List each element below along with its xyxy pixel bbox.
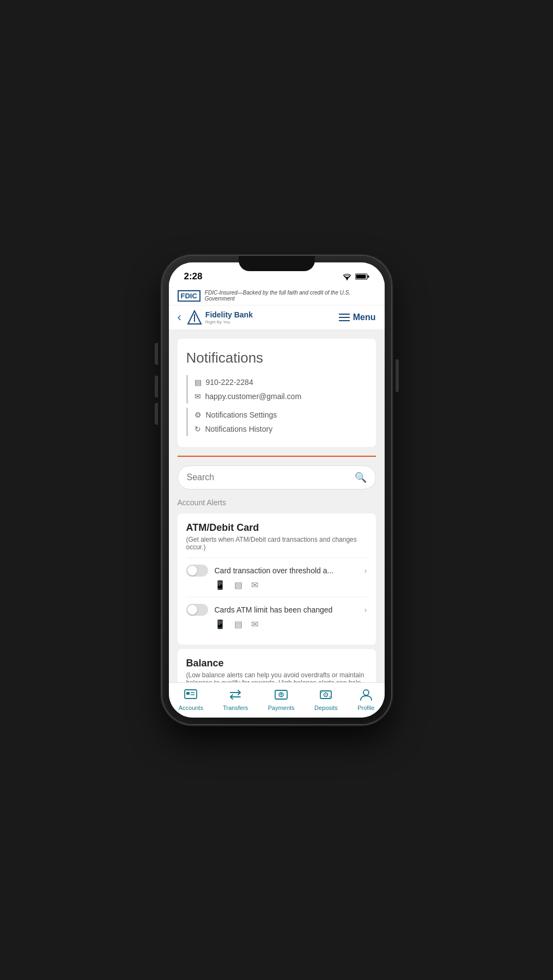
svg-point-17: [321, 692, 323, 693]
menu-button[interactable]: Menu: [339, 313, 376, 322]
contact-list: ▤ 910-222-2284 ✉ happy.customer@gmail.co…: [186, 375, 367, 403]
mobile-icon-1: 📱: [215, 619, 226, 629]
battery-icon: [355, 273, 369, 280]
balance-desc: (Low balance alerts can help you avoid o…: [186, 671, 367, 682]
bottom-nav: Accounts Transfers: [169, 682, 385, 718]
history-icon: ↻: [195, 425, 201, 433]
status-time: 2:28: [184, 271, 203, 282]
phone-number: 910-222-2284: [206, 378, 253, 387]
phone-contact-item: ▤ 910-222-2284: [195, 375, 367, 389]
phone-screen: 2:28 FDIC FDIC-Insured—Back: [169, 262, 385, 718]
profile-icon: [358, 687, 374, 702]
atm-debit-title: ATM/Debit Card: [186, 522, 367, 534]
nav-deposits-label: Deposits: [314, 705, 338, 711]
wifi-icon: [342, 273, 352, 280]
fdic-text: FDIC-Insured—Backed by the full faith an…: [205, 290, 376, 302]
atm-debit-group: ATM/Debit Card (Get alerts when ATM/Debi…: [178, 513, 376, 645]
nav-transfers-label: Transfers: [223, 705, 248, 711]
email-contact-item: ✉ happy.customer@gmail.com: [195, 389, 367, 403]
alert-item-row-1: Cards ATM limit has been changed ›: [186, 604, 367, 616]
sms-icon: ▤: [195, 378, 202, 387]
fdic-banner: FDIC FDIC-Insured—Backed by the full fai…: [169, 286, 385, 305]
svg-point-16: [325, 694, 326, 695]
accounts-icon: [183, 687, 198, 702]
phone-frame: 2:28 FDIC FDIC-Insured—Back: [162, 256, 391, 724]
notifications-history-item[interactable]: ↻ Notifications History: [195, 422, 367, 436]
toggle-1[interactable]: [186, 604, 208, 616]
chevron-icon-0: ›: [364, 566, 367, 575]
atm-debit-desc: (Get alerts when ATM/Debit card transact…: [186, 536, 367, 551]
notifications-title: Notifications: [186, 350, 367, 366]
alert-icons-0: 📱 ▤ ✉: [186, 577, 367, 590]
mobile-icon-0: 📱: [215, 580, 226, 590]
nav-accounts[interactable]: Accounts: [179, 687, 203, 711]
bank-tagline: Right By You: [205, 320, 253, 324]
alert-label-1: Cards ATM limit has been changed: [215, 605, 358, 614]
nav-payments-label: Payments: [268, 705, 295, 711]
toggle-0[interactable]: [186, 565, 208, 577]
bank-name: Fidelity Bank: [205, 310, 253, 320]
svg-point-18: [330, 696, 331, 697]
account-alerts-label: Account Alerts: [178, 498, 376, 507]
hamburger-icon: [339, 314, 350, 321]
svg-rect-2: [367, 275, 369, 278]
app-header: ‹ Fidelity Bank Right By You: [169, 305, 385, 330]
nav-profile[interactable]: Profile: [357, 687, 374, 711]
header-left: ‹ Fidelity Bank Right By You: [178, 310, 253, 325]
email-icon-1: ✉: [251, 619, 258, 629]
main-content: Notifications ▤ 910-222-2284 ✉ happy.cus…: [169, 330, 385, 682]
alert-item-1: Cards ATM limit has been changed › 📱 ▤ ✉: [186, 597, 367, 636]
email-address: happy.customer@gmail.com: [205, 392, 302, 401]
search-container: 🔍: [169, 457, 385, 498]
balance-group: Balance (Low balance alerts can help you…: [178, 649, 376, 682]
fdic-logo: FDIC: [178, 290, 200, 302]
nav-transfers[interactable]: Transfers: [223, 687, 248, 711]
alert-icons-1: 📱 ▤ ✉: [186, 616, 367, 629]
back-button[interactable]: ‹: [178, 310, 181, 324]
alert-item-row-0: Card transaction over threshold a... ›: [186, 565, 367, 577]
notch: [239, 256, 315, 271]
deposits-icon: [318, 687, 333, 702]
bank-logo-icon: [187, 310, 202, 325]
alert-label-0: Card transaction over threshold a...: [215, 566, 358, 575]
nav-profile-label: Profile: [357, 705, 374, 711]
transfers-icon: [228, 687, 243, 702]
settings-list: ⚙ Notifications Settings ↻ Notifications…: [186, 408, 367, 436]
nav-accounts-label: Accounts: [179, 705, 203, 711]
menu-label: Menu: [353, 313, 376, 322]
bank-logo: Fidelity Bank Right By You: [187, 310, 253, 325]
notifications-settings-label: Notifications Settings: [206, 411, 277, 419]
notifications-history-label: Notifications History: [205, 425, 273, 433]
notifications-settings-item[interactable]: ⚙ Notifications Settings: [195, 408, 367, 422]
alerts-section: Account Alerts ATM/Debit Card (Get alert…: [169, 498, 385, 682]
chevron-icon-1: ›: [364, 605, 367, 614]
svg-point-0: [346, 279, 347, 280]
svg-point-19: [363, 690, 369, 695]
nav-deposits[interactable]: Deposits: [314, 687, 338, 711]
sms-icon-0: ▤: [234, 580, 242, 590]
payments-icon: [274, 687, 289, 702]
search-icon: 🔍: [355, 471, 367, 483]
svg-rect-7: [186, 692, 190, 695]
email-icon: ✉: [195, 392, 201, 401]
alert-item-0: Card transaction over threshold a... › 📱…: [186, 558, 367, 597]
email-icon-0: ✉: [251, 580, 258, 590]
search-input[interactable]: [187, 473, 350, 482]
svg-rect-3: [356, 275, 366, 279]
gear-icon: ⚙: [195, 411, 202, 419]
balance-title: Balance: [186, 658, 367, 669]
status-icons: [342, 273, 369, 280]
notifications-card: Notifications ▤ 910-222-2284 ✉ happy.cus…: [178, 339, 376, 447]
sms-icon-1: ▤: [234, 619, 242, 629]
search-bar[interactable]: 🔍: [178, 465, 376, 489]
nav-payments[interactable]: Payments: [268, 687, 295, 711]
